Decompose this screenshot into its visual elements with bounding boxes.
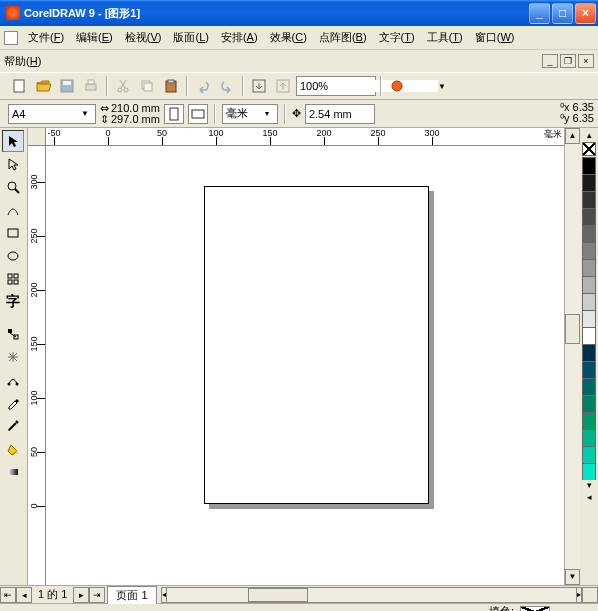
- color-swatch[interactable]: [582, 463, 596, 481]
- outline-tool[interactable]: [2, 415, 24, 437]
- app-launcher-button[interactable]: [386, 75, 408, 97]
- freehand-tool[interactable]: [2, 199, 24, 221]
- interactive-transparency-tool[interactable]: [2, 346, 24, 368]
- doc-menu-icon[interactable]: [4, 31, 18, 45]
- menu-文字[interactable]: 文字(T): [373, 29, 421, 45]
- eyedropper-tool[interactable]: [2, 392, 24, 414]
- palette-up-button[interactable]: ▴: [582, 130, 596, 142]
- menu-安排[interactable]: 安排(A): [215, 29, 264, 45]
- maximize-button[interactable]: □: [552, 3, 573, 24]
- color-swatch[interactable]: [582, 208, 596, 226]
- color-swatch[interactable]: [582, 293, 596, 311]
- duplicate-offset: ⁰x 6.35 ⁰y 6.35: [560, 102, 594, 124]
- units-combo[interactable]: 毫米▾: [222, 104, 278, 124]
- color-swatch[interactable]: [582, 344, 596, 362]
- save-button[interactable]: [56, 75, 78, 97]
- menu-检视[interactable]: 检视(V): [119, 29, 168, 45]
- color-swatch[interactable]: [582, 259, 596, 277]
- shape-tool[interactable]: [2, 153, 24, 175]
- color-swatch[interactable]: [582, 395, 596, 413]
- zoom-tool[interactable]: [2, 176, 24, 198]
- chevron-down-icon[interactable]: ▼: [438, 82, 446, 91]
- menu-窗口[interactable]: 窗口(W): [469, 29, 521, 45]
- color-swatch[interactable]: [582, 361, 596, 379]
- cut-button[interactable]: [112, 75, 134, 97]
- menu-工具[interactable]: 工具(T): [421, 29, 469, 45]
- paper-height: 297.0 mm: [111, 114, 160, 125]
- close-button[interactable]: ×: [575, 3, 596, 24]
- menu-文件[interactable]: 文件(F): [22, 29, 70, 45]
- fill-swatch[interactable]: [520, 606, 550, 612]
- prev-page-button[interactable]: ◂: [16, 587, 32, 603]
- interactive-mesh-tool[interactable]: [2, 461, 24, 483]
- menu-help[interactable]: 帮助(H): [4, 54, 41, 69]
- next-page-button[interactable]: ▸: [73, 587, 89, 603]
- color-swatch[interactable]: [582, 429, 596, 447]
- color-swatch[interactable]: [582, 157, 596, 175]
- menu-效果[interactable]: 效果(C): [264, 29, 313, 45]
- mdi-restore-button[interactable]: ❐: [560, 54, 576, 68]
- undo-button[interactable]: [192, 75, 214, 97]
- portrait-button[interactable]: [164, 104, 184, 124]
- ellipse-tool[interactable]: [2, 245, 24, 267]
- ruler-origin[interactable]: [28, 128, 46, 146]
- first-page-button[interactable]: ⇤: [0, 587, 16, 603]
- export-button[interactable]: [272, 75, 294, 97]
- horizontal-ruler[interactable]: -50050100150200250300 毫米: [46, 128, 564, 146]
- interactive-fill-tool[interactable]: [2, 323, 24, 345]
- text-tool[interactable]: 字: [2, 291, 24, 313]
- polygon-tool[interactable]: [2, 268, 24, 290]
- last-page-button[interactable]: ⇥: [89, 587, 105, 603]
- no-color-swatch[interactable]: [582, 142, 596, 156]
- open-button[interactable]: [32, 75, 54, 97]
- color-swatch[interactable]: [582, 378, 596, 396]
- menu-编辑[interactable]: 编辑(E): [70, 29, 119, 45]
- redo-button[interactable]: [216, 75, 238, 97]
- color-swatch[interactable]: [582, 225, 596, 243]
- minimize-button[interactable]: _: [529, 3, 550, 24]
- chevron-down-icon[interactable]: ▼: [78, 109, 92, 118]
- palette-down-button[interactable]: ▾: [582, 480, 596, 492]
- fill-tool[interactable]: [2, 438, 24, 460]
- pick-tool[interactable]: [2, 130, 24, 152]
- color-swatch[interactable]: [582, 191, 596, 209]
- page-tab[interactable]: 页面 1: [107, 586, 156, 604]
- zoom-input[interactable]: [300, 80, 438, 92]
- color-swatch[interactable]: [582, 310, 596, 328]
- new-button[interactable]: [8, 75, 30, 97]
- color-swatch[interactable]: [582, 412, 596, 430]
- color-swatch[interactable]: [582, 174, 596, 192]
- mdi-minimize-button[interactable]: _: [542, 54, 558, 68]
- svg-rect-19: [8, 274, 12, 278]
- horizontal-scrollbar[interactable]: ◂ ▸: [161, 587, 582, 603]
- color-swatch[interactable]: [582, 327, 596, 345]
- menu-版面[interactable]: 版面(L): [167, 29, 214, 45]
- scroll-up-button[interactable]: ▲: [565, 128, 580, 144]
- scroll-down-button[interactable]: ▼: [565, 569, 580, 585]
- nudge-input[interactable]: 2.54 mm: [305, 104, 375, 124]
- zoom-combo[interactable]: ▼: [296, 76, 376, 96]
- rectangle-tool[interactable]: [2, 222, 24, 244]
- copy-button[interactable]: [136, 75, 158, 97]
- palette-flyout-button[interactable]: ◂: [582, 492, 596, 504]
- vertical-scrollbar[interactable]: ▲ ▼: [564, 128, 580, 585]
- color-swatch[interactable]: [582, 446, 596, 464]
- vertical-ruler[interactable]: 300250200150100500: [28, 146, 46, 585]
- mdi-close-button[interactable]: ×: [578, 54, 594, 68]
- paper-size-combo[interactable]: A4▼: [8, 104, 96, 124]
- paste-button[interactable]: [160, 75, 182, 97]
- fill-label: 填色:: [489, 604, 514, 611]
- landscape-button[interactable]: [188, 104, 208, 124]
- color-swatch[interactable]: [582, 242, 596, 260]
- scroll-thumb-h[interactable]: [248, 588, 308, 602]
- print-button[interactable]: [80, 75, 102, 97]
- color-swatch[interactable]: [582, 276, 596, 294]
- scroll-thumb-v[interactable]: [565, 314, 580, 344]
- import-button[interactable]: [248, 75, 270, 97]
- interactive-blend-tool[interactable]: [2, 369, 24, 391]
- page-rect: [204, 186, 429, 504]
- chevron-down-icon[interactable]: ▾: [260, 109, 274, 118]
- menu-点阵图[interactable]: 点阵图(B): [313, 29, 373, 45]
- svg-rect-15: [192, 110, 204, 118]
- drawing-canvas[interactable]: [46, 146, 564, 585]
